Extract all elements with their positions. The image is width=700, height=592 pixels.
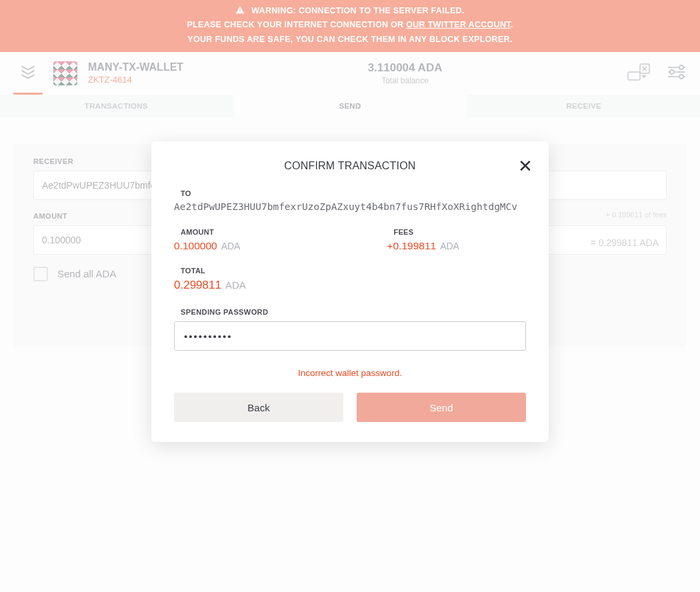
modal-fees-label: FEES	[393, 228, 459, 236]
modal-fees-unit: ADA	[440, 241, 459, 251]
modal-fees-number: +0.199811	[387, 240, 436, 251]
back-button[interactable]: Back	[174, 393, 343, 422]
spending-password-label: SPENDING PASSWORD	[181, 308, 526, 316]
spending-password-input[interactable]	[174, 321, 526, 351]
modal-fees-value: +0.199811ADA	[387, 240, 459, 252]
modal-amount-value: 0.100000ADA	[174, 240, 240, 252]
modal-amount-number: 0.100000	[174, 240, 217, 251]
to-label: TO	[181, 189, 526, 197]
modal-amount-unit: ADA	[221, 241, 241, 251]
password-error-message: Incorrect wallet password.	[174, 368, 526, 378]
modal-total-number: 0.299811	[174, 279, 221, 291]
send-button[interactable]: Send	[357, 393, 526, 422]
modal-total-unit: ADA	[225, 279, 246, 291]
to-address: Ae2tdPwUPEZ3HUU7bmfexrUzoZpAZxuyt4b4bn7f…	[174, 201, 526, 212]
modal-title: CONFIRM TRANSACTION	[174, 160, 526, 172]
modal-total-value: 0.299811ADA	[174, 279, 526, 292]
modal-amount-label: AMOUNT	[181, 228, 240, 236]
confirm-transaction-modal: CONFIRM TRANSACTION ✕ TO Ae2tdPwUPEZ3HUU…	[151, 141, 549, 442]
modal-total-label: TOTAL	[181, 267, 526, 275]
close-icon[interactable]: ✕	[518, 157, 533, 175]
